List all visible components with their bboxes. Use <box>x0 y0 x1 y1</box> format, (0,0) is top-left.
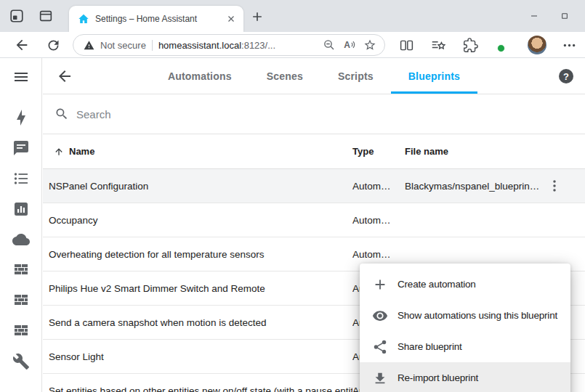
tab-actions-button[interactable] <box>38 8 54 24</box>
window-close-button[interactable] <box>579 0 585 32</box>
sidebar-item-wrench[interactable] <box>12 353 30 370</box>
column-header-name[interactable]: Name <box>49 146 352 158</box>
table-header: Name Type File name <box>43 134 585 169</box>
blueprint-name: NSPanel Configuration <box>49 181 352 192</box>
sidebar-item-chat[interactable] <box>12 139 30 157</box>
read-aloud-button[interactable]: A <box>342 38 357 52</box>
window-minimize-button[interactable] <box>520 0 549 32</box>
cloud-icon <box>12 231 30 248</box>
zoom-button[interactable] <box>322 38 336 52</box>
browser-tab[interactable]: Settings – Home Assistant <box>69 6 243 32</box>
blueprint-name: Send a camera snapshot when motion is de… <box>49 317 352 328</box>
browser-menu-button[interactable] <box>561 36 578 54</box>
ha-sidebar <box>0 58 42 392</box>
address-bar[interactable]: Not secure homeassistant.local:8123/... … <box>73 34 385 56</box>
question-mark-icon: ? <box>563 71 569 82</box>
menu-item-create-automation[interactable]: Create automation <box>360 269 570 300</box>
window-maximize-button[interactable] <box>550 0 579 32</box>
menu-item-share-blueprint[interactable]: Share blueprint <box>360 331 570 362</box>
maximize-icon <box>559 10 570 22</box>
help-button[interactable]: ? <box>559 69 573 83</box>
sidebar-item-bricks-3[interactable] <box>12 322 30 340</box>
blueprint-name: Occupancy <box>49 215 352 226</box>
sidebar-menu-button[interactable] <box>12 68 30 86</box>
sidebar-item-chart[interactable] <box>12 200 30 218</box>
omnibox-divider <box>152 40 153 51</box>
plus-icon <box>372 277 388 293</box>
table-row[interactable]: Occupancy Autom… <box>43 203 585 237</box>
wrench-icon <box>12 353 30 370</box>
search-input[interactable] <box>76 108 573 121</box>
blueprint-name: Overheating detection for all temperatur… <box>49 249 352 260</box>
sidebar-item-bricks-2[interactable] <box>12 292 30 309</box>
kebab-icon <box>546 178 562 194</box>
sidebar-item-bolt[interactable] <box>12 109 30 126</box>
blueprint-file: Blackymas/nspanel_blueprin… <box>405 181 544 192</box>
favorites-icon <box>431 38 447 53</box>
browser-toolbar: Not secure homeassistant.local:8123/... … <box>0 32 585 58</box>
close-icon <box>226 14 236 24</box>
sidebar-item-cloud[interactable] <box>12 231 30 248</box>
tab-scripts[interactable]: Scripts <box>320 58 391 94</box>
blueprint-type: Autom… <box>352 181 405 192</box>
row-context-menu: Create automation Show automations using… <box>360 264 570 392</box>
bricks-icon <box>12 292 30 309</box>
blueprint-type: Autom… <box>352 249 405 260</box>
bricks-icon <box>12 261 30 279</box>
blueprint-name: Set entities based on other entities new… <box>49 385 352 392</box>
download-icon <box>372 370 388 386</box>
menu-item-show-automations[interactable]: Show automations using this blueprint <box>360 300 570 331</box>
tab-automations[interactable]: Automations <box>150 58 249 94</box>
search-icon <box>55 107 69 121</box>
column-header-file[interactable]: File name <box>405 146 544 157</box>
sidebar-item-list[interactable] <box>12 170 30 187</box>
bricks-icon <box>12 322 30 340</box>
url-text[interactable]: homeassistant.local:8123/... <box>158 40 275 51</box>
url-path: :8123/... <box>241 40 275 51</box>
blueprint-name: Sensor Light <box>49 351 352 362</box>
back-button[interactable] <box>13 36 31 54</box>
security-label: Not secure <box>100 40 146 51</box>
hamburger-icon <box>12 68 30 86</box>
bookmark-button[interactable] <box>363 38 377 52</box>
warning-icon <box>84 40 94 51</box>
split-screen-icon <box>399 38 415 53</box>
url-host: homeassistant.local <box>158 40 241 51</box>
tab-scenes[interactable]: Scenes <box>249 58 320 94</box>
workspaces-button[interactable] <box>9 8 25 24</box>
favorites-button[interactable] <box>430 36 448 54</box>
row-overflow-menu-button[interactable] <box>546 177 563 195</box>
eye-icon <box>372 308 388 324</box>
ha-header: Automations Scenes Scripts Blueprints ? <box>43 58 585 94</box>
ha-tab-bar: Automations Scenes Scripts Blueprints <box>43 58 585 94</box>
share-icon <box>372 339 388 355</box>
menu-item-reimport-blueprint[interactable]: Re-import blueprint <box>360 362 570 392</box>
tab-blueprints[interactable]: Blueprints <box>391 58 477 94</box>
search-bar <box>43 94 585 134</box>
split-screen-button[interactable] <box>398 36 416 54</box>
extensions-button[interactable] <box>462 36 480 54</box>
column-label-name: Name <box>69 146 94 157</box>
ellipsis-icon <box>562 38 578 53</box>
blueprint-type: Autom… <box>352 215 405 226</box>
tab-actions-icon <box>38 8 54 24</box>
zoom-out-icon <box>323 38 336 52</box>
sort-ascending-icon <box>53 146 65 158</box>
list-icon <box>12 170 30 187</box>
new-tab-button[interactable] <box>250 9 265 24</box>
star-icon <box>363 38 376 52</box>
back-icon <box>14 37 30 53</box>
chart-icon <box>12 200 30 218</box>
blueprint-name: Philips Hue v2 Smart Dimmer Switch and R… <box>49 283 352 294</box>
profile-avatar[interactable] <box>528 36 546 54</box>
refresh-button[interactable] <box>45 36 62 54</box>
browser-window: Settings – Home Assistant <box>0 0 585 392</box>
tab-close-button[interactable] <box>225 12 238 25</box>
sidebar-item-bricks-1[interactable] <box>12 261 30 279</box>
table-row[interactable]: NSPanel Configuration Autom… Blackymas/n… <box>43 169 585 203</box>
column-header-type[interactable]: Type <box>352 146 405 157</box>
home-assistant-favicon <box>78 13 89 25</box>
pinned-extension-button[interactable] <box>495 36 512 54</box>
bolt-icon <box>12 109 30 126</box>
plus-icon <box>250 9 265 24</box>
